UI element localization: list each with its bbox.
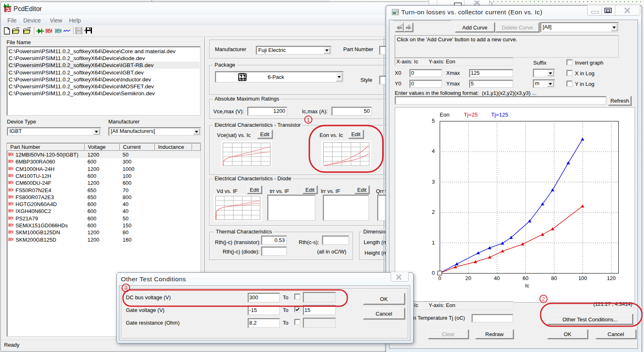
svg-text:1: 1 xyxy=(307,117,310,123)
svg-text:2: 2 xyxy=(542,296,545,302)
svg-text:3: 3 xyxy=(124,285,127,291)
